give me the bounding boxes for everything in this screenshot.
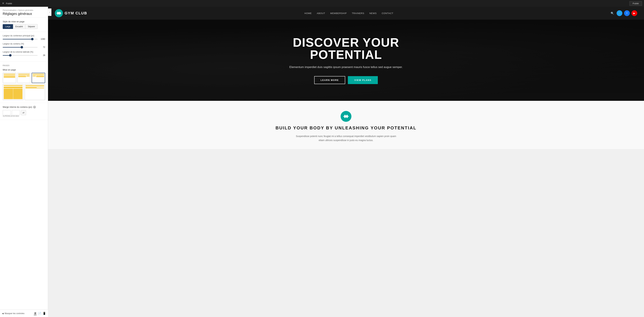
svg-rect-10 — [345, 115, 347, 118]
nav-membership[interactable]: MEMBERSHIP — [330, 12, 347, 14]
svg-rect-9 — [345, 115, 345, 118]
nav-contact[interactable]: CONTACT — [382, 12, 393, 14]
marge-top-input[interactable] — [3, 110, 11, 115]
facebook-button[interactable]: f — [624, 10, 630, 16]
top-bar-status: Publié — [6, 2, 12, 5]
lt-main-4 — [4, 86, 22, 99]
build-title: BUILD YOUR BODY BY UNLEASHING YOUR POTEN… — [55, 125, 637, 131]
desktop-view-icon[interactable]: 🖥 — [34, 312, 36, 315]
lt-sidebar-3a — [33, 75, 36, 76]
svg-rect-1 — [57, 12, 58, 14]
nav-right: 🔍 🐦 f ▶ — [611, 10, 637, 16]
layout-style-section: Style de mise en page Large Encadré Sépa… — [0, 18, 48, 32]
slider-colonne-thumb[interactable] — [9, 54, 12, 56]
search-icon[interactable]: 🔍 — [611, 12, 614, 15]
hero-subtitle: Elementum imperdiet duis sagittis ipsum … — [273, 65, 419, 69]
nav-trainers[interactable]: TRAINERS — [352, 12, 364, 14]
svg-rect-12 — [347, 115, 348, 118]
layout-thumb-2[interactable] — [17, 73, 31, 83]
nav-news[interactable]: NEWS — [369, 12, 376, 14]
lt-img-4 — [4, 86, 22, 88]
svg-rect-8 — [344, 115, 345, 118]
nav-home[interactable]: HOME — [304, 12, 312, 14]
learn-more-button[interactable]: LEARN MORE — [314, 76, 345, 84]
lt-bar-2b — [18, 76, 26, 76]
marge-bottom-input[interactable] — [12, 110, 20, 115]
page-view-icon[interactable]: 📄 — [38, 312, 41, 315]
sidebar-bottom: ◀ Masquer les controles 🖥 📄 📱 — [0, 310, 48, 317]
marge-section: Marge interne du contenu (px) ? ⇄ SUPÉRI… — [0, 103, 48, 120]
lt-main-1 — [4, 75, 15, 82]
lt-main-5 — [26, 86, 44, 99]
layout-grid-row2 — [3, 84, 45, 100]
main-layout: Personnalisation • Options générales Rég… — [0, 0, 644, 317]
slider-colonne-container: 28 — [3, 54, 45, 56]
lt-bar-2a — [18, 75, 26, 76]
slider-colonne-track[interactable] — [3, 55, 38, 56]
lt-top-5 — [26, 85, 44, 86]
hero-buttons: LEARN MORE VIEW PLANS — [273, 76, 419, 84]
mobile-view-icon[interactable]: 📱 — [42, 312, 46, 315]
layout-encadre-button[interactable]: Encadré — [13, 24, 26, 29]
top-bar: ✕ Publié Publié — [0, 0, 644, 7]
slider-conteneur-fill — [3, 39, 32, 40]
breadcrumb: Personnalisation • Options générales — [3, 9, 45, 11]
mise-en-page-label: Mise en page — [3, 68, 45, 71]
lt-sidebar-2b — [26, 76, 30, 76]
slider-contenu: Largeur du contenu (%) 72 — [3, 43, 45, 48]
slider-contenu-track[interactable] — [3, 47, 38, 48]
svg-rect-6 — [60, 13, 61, 14]
marge-sync-button[interactable]: ⇄ — [21, 110, 26, 115]
pages-section-title: PAGES — [3, 64, 45, 66]
preview-area: GYM CLUB HOME ABOUT MEMBERSHIP TRAINERS … — [48, 7, 644, 149]
slider-conteneur-value: 1080 — [39, 38, 45, 40]
lt-bar-5c — [26, 88, 44, 88]
build-svg-icon — [343, 114, 349, 118]
view-plans-button[interactable]: VIEW PLANS — [348, 76, 378, 84]
lt-bar-5b — [26, 87, 37, 88]
svg-rect-4 — [60, 12, 60, 15]
hide-controls-button[interactable]: ◀ Masquer les controles — [2, 312, 24, 315]
lt-top-1 — [4, 74, 15, 74]
nav-about[interactable]: ABOUT — [317, 12, 325, 14]
build-text: Suspendisse potenti nunc feugiat mi a te… — [295, 134, 397, 142]
slider-colonne: Largeur de la colonne latérale (%) 28 — [3, 51, 45, 56]
slider-conteneur-thumb[interactable] — [31, 38, 34, 40]
slider-contenu-container: 72 — [3, 46, 45, 48]
sliders-section: Largeur du conteneur principal (px) 1080… — [0, 32, 48, 62]
build-icon — [340, 111, 352, 122]
close-button[interactable]: ✕ — [2, 2, 4, 5]
site-navigation: GYM CLUB HOME ABOUT MEMBERSHIP TRAINERS … — [48, 7, 644, 20]
layout-thumb-3[interactable] — [32, 73, 45, 83]
slider-contenu-thumb[interactable] — [21, 46, 23, 48]
slider-contenu-fill — [3, 47, 22, 48]
hero-content: DISCOVER YOUR POTENTIAL Elementum imperd… — [270, 36, 422, 84]
publish-button[interactable]: Publié — [630, 1, 642, 6]
help-icon[interactable]: ? — [33, 106, 36, 108]
lt-side-3 — [33, 75, 36, 82]
layout-separer-button[interactable]: Séparer — [25, 24, 38, 29]
layout-thumb-1[interactable] — [3, 73, 16, 83]
lt-content-1 — [4, 75, 15, 82]
lt-sidebar-2a — [26, 75, 30, 76]
lt-top-2 — [18, 74, 30, 74]
lt-bar-3a — [36, 75, 44, 76]
youtube-button[interactable]: ▶ — [632, 10, 637, 16]
slider-conteneur-container: 1080 — [3, 38, 45, 40]
slider-conteneur-track[interactable] — [3, 39, 38, 40]
logo-icon — [55, 9, 63, 17]
logo-svg — [56, 12, 61, 15]
layout-thumb-4[interactable] — [3, 84, 24, 100]
lt-bar-3c — [36, 77, 44, 77]
slider-conteneur: Largeur du conteneur principal (px) 1080 — [3, 34, 45, 40]
layout-thumb-5[interactable] — [24, 84, 45, 100]
lt-main-3 — [33, 75, 44, 82]
layout-large-button[interactable]: Large — [3, 24, 13, 29]
sidebar: Personnalisation • Options générales Rég… — [0, 7, 48, 317]
svg-rect-5 — [60, 12, 60, 14]
lt-top-4 — [4, 85, 22, 86]
svg-rect-0 — [56, 13, 57, 14]
twitter-button[interactable]: 🐦 — [616, 10, 622, 16]
layout-grid-row1 — [3, 73, 45, 83]
layout-style-buttons: Large Encadré Séparer — [3, 24, 45, 29]
